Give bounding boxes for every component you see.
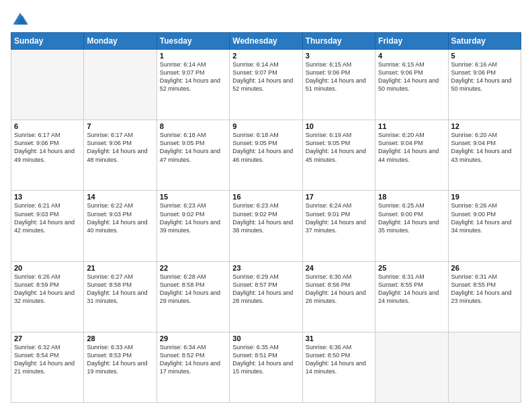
calendar-cell: 25Sunrise: 6:31 AM Sunset: 8:55 PM Dayli…: [375, 261, 448, 332]
calendar-cell: 18Sunrise: 6:25 AM Sunset: 9:00 PM Dayli…: [375, 191, 448, 261]
day-number: 16: [232, 193, 299, 201]
calendar-header-monday: Monday: [84, 33, 157, 50]
calendar-cell: 31Sunrise: 6:36 AM Sunset: 8:50 PM Dayli…: [302, 332, 375, 402]
cell-details: Sunrise: 6:36 AM Sunset: 8:50 PM Dayligh…: [306, 343, 372, 376]
calendar-cell: 7Sunrise: 6:17 AM Sunset: 9:06 PM Daylig…: [84, 120, 157, 191]
cell-details: Sunrise: 6:30 AM Sunset: 8:56 PM Dayligh…: [306, 273, 372, 306]
calendar-cell: 28Sunrise: 6:33 AM Sunset: 8:53 PM Dayli…: [84, 332, 157, 402]
cell-details: Sunrise: 6:29 AM Sunset: 8:57 PM Dayligh…: [232, 273, 299, 306]
calendar-header-row: SundayMondayTuesdayWednesdayThursdayFrid…: [11, 33, 521, 50]
cell-details: Sunrise: 6:23 AM Sunset: 9:02 PM Dayligh…: [232, 201, 299, 234]
day-number: 31: [306, 334, 372, 342]
calendar-cell: 11Sunrise: 6:20 AM Sunset: 9:04 PM Dayli…: [375, 120, 448, 191]
day-number: 8: [160, 122, 226, 130]
day-number: 6: [14, 122, 81, 130]
calendar-cell: 27Sunrise: 6:32 AM Sunset: 8:54 PM Dayli…: [11, 332, 84, 402]
day-number: 11: [378, 122, 445, 130]
day-number: 21: [87, 264, 153, 272]
cell-details: Sunrise: 6:23 AM Sunset: 9:02 PM Dayligh…: [160, 201, 226, 234]
calendar-header-wednesday: Wednesday: [230, 33, 302, 50]
calendar-cell: 23Sunrise: 6:29 AM Sunset: 8:57 PM Dayli…: [230, 261, 302, 332]
calendar-header-tuesday: Tuesday: [157, 33, 229, 50]
cell-details: Sunrise: 6:17 AM Sunset: 9:06 PM Dayligh…: [14, 131, 81, 164]
calendar-cell: 8Sunrise: 6:18 AM Sunset: 9:05 PM Daylig…: [157, 120, 229, 191]
day-number: 30: [232, 334, 299, 342]
day-number: 23: [232, 264, 299, 272]
calendar-cell: 9Sunrise: 6:18 AM Sunset: 9:05 PM Daylig…: [230, 120, 302, 191]
cell-details: Sunrise: 6:14 AM Sunset: 9:07 PM Dayligh…: [160, 60, 226, 93]
calendar-cell: 24Sunrise: 6:30 AM Sunset: 8:56 PM Dayli…: [302, 261, 375, 332]
cell-details: Sunrise: 6:27 AM Sunset: 8:58 PM Dayligh…: [87, 273, 153, 306]
day-number: 25: [378, 264, 445, 272]
cell-details: Sunrise: 6:14 AM Sunset: 9:07 PM Dayligh…: [232, 60, 299, 93]
cell-details: Sunrise: 6:26 AM Sunset: 8:59 PM Dayligh…: [14, 273, 81, 306]
cell-details: Sunrise: 6:18 AM Sunset: 9:05 PM Dayligh…: [160, 131, 226, 164]
cell-details: Sunrise: 6:28 AM Sunset: 8:58 PM Dayligh…: [160, 273, 226, 306]
cell-details: Sunrise: 6:20 AM Sunset: 9:04 PM Dayligh…: [378, 131, 445, 164]
calendar-week-2: 6Sunrise: 6:17 AM Sunset: 9:06 PM Daylig…: [11, 120, 521, 191]
cell-details: Sunrise: 6:24 AM Sunset: 9:01 PM Dayligh…: [306, 201, 372, 234]
day-number: 15: [160, 193, 226, 201]
logo-icon: [11, 8, 30, 27]
calendar-cell: 30Sunrise: 6:35 AM Sunset: 8:51 PM Dayli…: [230, 332, 302, 402]
calendar-cell: 21Sunrise: 6:27 AM Sunset: 8:58 PM Dayli…: [84, 261, 157, 332]
calendar-cell: 14Sunrise: 6:22 AM Sunset: 9:03 PM Dayli…: [84, 191, 157, 261]
calendar-cell: 3Sunrise: 6:15 AM Sunset: 9:06 PM Daylig…: [302, 50, 375, 120]
calendar-cell: 5Sunrise: 6:16 AM Sunset: 9:06 PM Daylig…: [448, 50, 521, 120]
day-number: 29: [160, 334, 226, 342]
calendar-cell: 1Sunrise: 6:14 AM Sunset: 9:07 PM Daylig…: [157, 50, 229, 120]
calendar-cell: 19Sunrise: 6:26 AM Sunset: 9:00 PM Dayli…: [448, 191, 521, 261]
day-number: 19: [451, 193, 518, 201]
calendar-header-sunday: Sunday: [11, 33, 84, 50]
cell-details: Sunrise: 6:35 AM Sunset: 8:51 PM Dayligh…: [232, 343, 299, 376]
calendar-cell: [11, 50, 84, 120]
cell-details: Sunrise: 6:22 AM Sunset: 9:03 PM Dayligh…: [87, 201, 153, 234]
logo: [11, 8, 32, 27]
cell-details: Sunrise: 6:18 AM Sunset: 9:05 PM Dayligh…: [232, 131, 299, 164]
cell-details: Sunrise: 6:31 AM Sunset: 8:55 PM Dayligh…: [451, 273, 518, 306]
day-number: 17: [306, 193, 372, 201]
day-number: 4: [378, 52, 445, 60]
cell-details: Sunrise: 6:31 AM Sunset: 8:55 PM Dayligh…: [378, 273, 445, 306]
day-number: 10: [306, 122, 372, 130]
day-number: 1: [160, 52, 226, 60]
calendar-week-1: 1Sunrise: 6:14 AM Sunset: 9:07 PM Daylig…: [11, 50, 521, 120]
cell-details: Sunrise: 6:25 AM Sunset: 9:00 PM Dayligh…: [378, 201, 445, 234]
cell-details: Sunrise: 6:15 AM Sunset: 9:06 PM Dayligh…: [378, 60, 445, 93]
calendar-week-4: 20Sunrise: 6:26 AM Sunset: 8:59 PM Dayli…: [11, 261, 521, 332]
day-number: 9: [232, 122, 299, 130]
calendar-cell: 26Sunrise: 6:31 AM Sunset: 8:55 PM Dayli…: [448, 261, 521, 332]
cell-details: Sunrise: 6:19 AM Sunset: 9:05 PM Dayligh…: [306, 131, 372, 164]
day-number: 26: [451, 264, 518, 272]
cell-details: Sunrise: 6:33 AM Sunset: 8:53 PM Dayligh…: [87, 343, 153, 376]
day-number: 24: [306, 264, 372, 272]
day-number: 3: [306, 52, 372, 60]
cell-details: Sunrise: 6:15 AM Sunset: 9:06 PM Dayligh…: [306, 60, 372, 93]
day-number: 14: [87, 193, 153, 201]
calendar-cell: 12Sunrise: 6:20 AM Sunset: 9:04 PM Dayli…: [448, 120, 521, 191]
day-number: 22: [160, 264, 226, 272]
calendar-cell: 22Sunrise: 6:28 AM Sunset: 8:58 PM Dayli…: [157, 261, 229, 332]
calendar-cell: 4Sunrise: 6:15 AM Sunset: 9:06 PM Daylig…: [375, 50, 448, 120]
calendar-week-3: 13Sunrise: 6:21 AM Sunset: 9:03 PM Dayli…: [11, 191, 521, 261]
day-number: 20: [14, 264, 81, 272]
cell-details: Sunrise: 6:21 AM Sunset: 9:03 PM Dayligh…: [14, 201, 81, 234]
calendar-cell: 2Sunrise: 6:14 AM Sunset: 9:07 PM Daylig…: [230, 50, 302, 120]
day-number: 7: [87, 122, 153, 130]
calendar-cell: [84, 50, 157, 120]
calendar-header-friday: Friday: [375, 33, 448, 50]
day-number: 18: [378, 193, 445, 201]
day-number: 2: [232, 52, 299, 60]
cell-details: Sunrise: 6:16 AM Sunset: 9:06 PM Dayligh…: [451, 60, 518, 93]
day-number: 12: [451, 122, 518, 130]
day-number: 5: [451, 52, 518, 60]
calendar-table: SundayMondayTuesdayWednesdayThursdayFrid…: [11, 32, 521, 403]
cell-details: Sunrise: 6:32 AM Sunset: 8:54 PM Dayligh…: [14, 343, 81, 376]
page: SundayMondayTuesdayWednesdayThursdayFrid…: [0, 0, 532, 411]
calendar-cell: 29Sunrise: 6:34 AM Sunset: 8:52 PM Dayli…: [157, 332, 229, 402]
calendar-header-thursday: Thursday: [302, 33, 375, 50]
calendar-cell: 17Sunrise: 6:24 AM Sunset: 9:01 PM Dayli…: [302, 191, 375, 261]
calendar-cell: [448, 332, 521, 402]
day-number: 27: [14, 334, 81, 342]
cell-details: Sunrise: 6:17 AM Sunset: 9:06 PM Dayligh…: [87, 131, 153, 164]
